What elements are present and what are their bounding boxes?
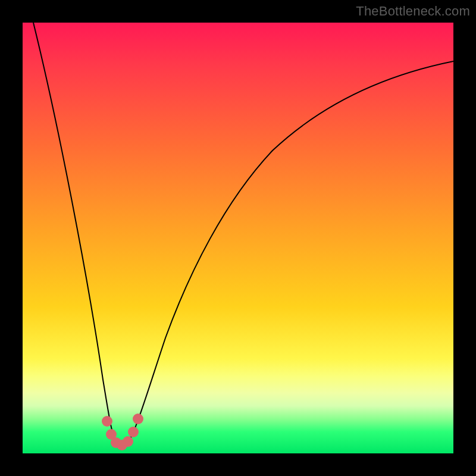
watermark-text: TheBottleneck.com xyxy=(356,4,470,19)
svg-point-5 xyxy=(128,427,139,437)
curve-layer xyxy=(23,23,453,453)
bottleneck-curve xyxy=(33,23,453,447)
trough-highlight xyxy=(102,414,143,450)
svg-point-6 xyxy=(133,414,143,424)
svg-point-0 xyxy=(102,416,112,427)
plot-area xyxy=(23,23,453,453)
svg-point-4 xyxy=(123,436,133,447)
chart-frame: TheBottleneck.com xyxy=(0,0,476,476)
